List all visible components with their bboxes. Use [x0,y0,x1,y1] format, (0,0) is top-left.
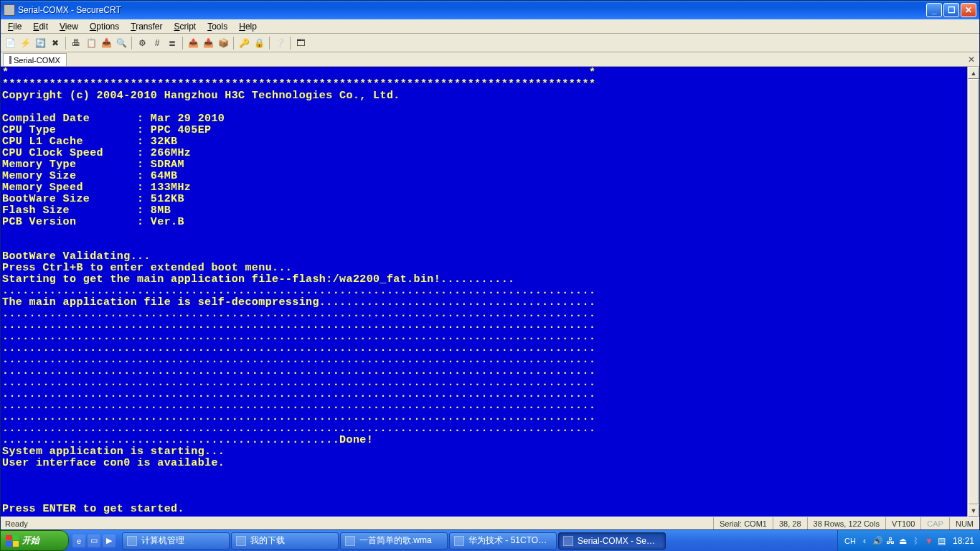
status-num: NUM [949,517,979,529]
menu-options[interactable]: Options [84,20,125,33]
ime-indicator[interactable]: CH [844,537,857,545]
session-tab-label: Serial-COMX [14,56,60,65]
ql-desktop-icon[interactable]: ▭ [88,534,100,547]
task-button[interactable]: 华为技术 - 51CTO… [449,532,557,550]
menu-file[interactable]: File [2,20,27,33]
zmodem-button[interactable]: 📦 [216,36,230,50]
task-label: Serial-COMX - Se… [578,536,655,546]
menu-transfer[interactable]: Transfer [125,20,168,33]
scroll-thumb[interactable] [969,79,979,504]
menu-script[interactable]: Script [169,20,202,33]
tray-clock[interactable]: 18:21 [950,536,974,546]
paste-button[interactable]: 📥 [99,36,113,50]
properties-button[interactable]: ⚙ [135,36,149,50]
tray-shield-icon[interactable]: ▼ [924,536,934,546]
windows-taskbar: 开始 e ▭ ▶ 计算机管理我的下载一首简单的歌.wma华为技术 - 51CTO… [0,530,980,551]
task-app-icon [345,536,355,546]
scroll-up-button[interactable]: ▲ [968,67,979,79]
statusbar: Ready Serial: COM1 38, 28 38 Rows, 122 C… [1,517,979,529]
task-label: 华为技术 - 51CTO… [468,534,547,547]
hex-button[interactable]: # [150,36,164,50]
start-button[interactable]: 开始 [0,530,69,551]
print-button[interactable]: 🖶 [69,36,83,50]
tray-bluetooth-icon[interactable]: ᛒ [911,536,921,546]
xmodem-button[interactable]: 📤 [186,36,200,50]
task-button[interactable]: Serial-COMX - Se… [558,532,666,550]
session-status-icon [9,56,11,64]
tray-chevron-icon[interactable]: ‹ [859,536,870,546]
key-button[interactable]: 🔑 [237,36,251,50]
tray-volume-icon[interactable]: 🔊 [872,536,882,546]
session-tab[interactable]: Serial-COMX [3,53,67,66]
minimize-button[interactable]: _ [926,3,942,17]
close-button[interactable]: ✕ [961,3,976,17]
app-icon [4,4,15,16]
new-session-button[interactable]: 📄 [3,36,17,50]
toolbar: 📄⚡🔄✖🖶📋📥🔍⚙#≣📤📥📦🔑🔒❔🗔 [1,34,979,52]
windows-flag-icon [6,535,19,547]
ql-media-icon[interactable]: ▶ [103,534,116,547]
task-app-icon [563,536,573,546]
terminal-output[interactable]: * * ************************************… [1,67,967,517]
task-app-icon [454,536,464,546]
tray-display-icon[interactable]: ▤ [937,536,947,546]
ymodem-button[interactable]: 📥 [201,36,215,50]
log-button[interactable]: ≣ [165,36,179,50]
find-button[interactable]: 🔍 [114,36,128,50]
status-cursor: 38, 28 [773,517,807,529]
status-size: 38 Rows, 122 Cols [807,517,885,529]
quick-launch: e ▭ ▶ [69,530,119,551]
quick-connect-button[interactable]: ⚡ [18,36,32,50]
ql-ie-icon[interactable]: e [72,534,85,547]
task-label: 一首简单的歌.wma [359,534,432,547]
menu-tools[interactable]: Tools [202,20,233,33]
menu-help[interactable]: Help [233,20,263,33]
menu-view[interactable]: View [54,20,84,33]
maximize-button[interactable]: ☐ [943,3,959,17]
help-button[interactable]: ❔ [273,36,287,50]
window-titlebar[interactable]: Serial-COMX - SecureCRT _ ☐ ✕ [1,1,979,19]
scroll-down-button[interactable]: ▼ [968,504,979,517]
disconnect-button[interactable]: ✖ [48,36,62,50]
status-ready: Ready [1,519,713,528]
tray-safely-remove-icon[interactable]: ⏏ [898,536,908,546]
window-title: Serial-COMX - SecureCRT [18,5,926,15]
menu-edit[interactable]: Edit [27,20,54,33]
taskbar-buttons: 计算机管理我的下载一首简单的歌.wma华为技术 - 51CTO…Serial-C… [119,530,837,551]
options-button[interactable]: 🗔 [293,36,308,50]
reconnect-button[interactable]: 🔄 [33,36,47,50]
session-tabstrip: Serial-COMX ✕ [1,52,979,67]
task-app-icon [127,536,137,546]
task-label: 计算机管理 [141,534,184,547]
status-caps: CAP [920,517,949,529]
status-port: Serial: COM1 [713,517,773,529]
system-tray[interactable]: CH ‹ 🔊 🖧 ⏏ ᛒ ▼ ▤ 18:21 [837,530,980,551]
lock-button[interactable]: 🔒 [252,36,266,50]
terminal-wrap: * * ************************************… [1,67,979,517]
start-label: 开始 [22,534,39,547]
vertical-scrollbar[interactable]: ▲ ▼ [967,67,979,517]
task-button[interactable]: 我的下载 [231,532,339,550]
close-tab-button[interactable]: ✕ [966,55,977,66]
task-button[interactable]: 一首简单的歌.wma [340,532,448,550]
task-app-icon [236,536,246,546]
securecrt-window: Serial-COMX - SecureCRT _ ☐ ✕ FileEditVi… [0,0,980,530]
task-label: 我的下载 [250,534,285,547]
menubar: FileEditViewOptionsTransferScriptToolsHe… [1,19,979,34]
tray-network-icon[interactable]: 🖧 [885,536,895,546]
status-emu: VT100 [885,517,920,529]
task-button[interactable]: 计算机管理 [122,532,230,550]
copy-button[interactable]: 📋 [84,36,98,50]
scroll-track[interactable] [968,79,979,504]
